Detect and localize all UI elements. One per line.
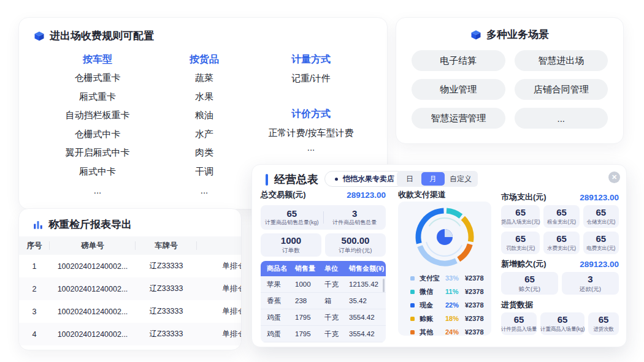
- store-selector[interactable]: 恺恺水果专卖店: [324, 171, 405, 187]
- expense-box: 65 仓储支出(元): [583, 205, 619, 228]
- cell-plate: 辽Z33333: [136, 323, 197, 345]
- cell-plate: 辽Z33333: [136, 300, 197, 323]
- legend-swatch: [410, 330, 415, 334]
- panel-weighing-report-title: 称重检斤报表导出: [48, 217, 132, 232]
- box-label: 租金支出(元): [547, 219, 576, 226]
- legend-pct: 22%: [445, 301, 465, 309]
- kpi-counted-label: 计件商品销售总量: [332, 219, 377, 227]
- rules-column-goods: 按货品 蔬菜 水果 粮油 水产 肉类 干调 ...: [155, 50, 253, 200]
- cell-amount: 3554.42: [349, 314, 386, 321]
- box-label: 仓储支出(元): [586, 219, 615, 226]
- col-ticket: 磅单号: [50, 236, 136, 255]
- box-value: 65: [558, 314, 568, 325]
- repayment-box: 3 还款(元): [562, 272, 619, 295]
- cell-product: 鸡蛋: [261, 330, 295, 339]
- table-row: 4 100202401240002... 辽Z33333 单排仓栅式重卡: [19, 323, 242, 345]
- cell-seq: 4: [19, 323, 50, 345]
- panel-scenarios-title: 多种业务场景: [486, 28, 549, 42]
- legend-row: 赊账 18% ¥2378: [410, 312, 484, 325]
- pricing-header: 计价方式: [243, 105, 378, 123]
- cell-vehicle-type: 单排仓栅式重卡: [197, 255, 242, 277]
- legend-pct: 18%: [445, 315, 465, 322]
- vehicle-item: 厢式中卡: [36, 162, 159, 181]
- purchase-box: 65 计件货品入场量: [501, 312, 537, 335]
- kpi-weighed-value: 65: [286, 208, 297, 219]
- scrollbar[interactable]: [383, 279, 385, 292]
- box-label: 计件货品入场量: [501, 326, 537, 333]
- purchase-box: 65 计重商品入场量(kg): [540, 312, 585, 335]
- panel-weighing-report: 称重检斤报表导出 序号 磅单号 车牌号 车型 1 100202401240002…: [18, 208, 242, 350]
- product-table-body: 苹果 1000 千克 12135.42 香蕉 238 箱 35.42 鸡蛋 17…: [261, 276, 386, 342]
- box-value: 65: [515, 233, 526, 244]
- box-label: 电费支出(元): [586, 245, 615, 252]
- table-row: 鸡蛋 1795 千克 3554.42: [261, 326, 386, 342]
- col-unit: 单位: [324, 264, 349, 273]
- legend-swatch: [410, 303, 415, 307]
- kpi-avg-price-label: 订单均价(元): [339, 247, 372, 255]
- box-label: 罚款支出(元): [506, 245, 535, 252]
- cell-vehicle-type: 单排仓栅式重卡: [197, 323, 242, 345]
- scenario-pill-smart-gate[interactable]: 智慧进出场: [515, 50, 608, 71]
- box-value: 65: [596, 207, 607, 217]
- panel-business-summary: 经营总表 恺恺水果专卖店 日 月 自定义 ✕ 总交易额(元) 289123.00…: [251, 164, 627, 347]
- legend-name: 现金: [420, 301, 445, 310]
- scenario-pill-more[interactable]: ...: [515, 108, 608, 129]
- vehicle-item: 自动挡栏板重卡: [36, 106, 159, 125]
- box-value: 3: [588, 274, 592, 284]
- tab-custom[interactable]: 自定义: [445, 172, 477, 186]
- market-expense-grid: 65 货品入场支出(元) 65 租金支出(元) 65 仓储支出(元) 65 罚款…: [501, 205, 619, 254]
- legend-row: 现金 22% ¥2378: [410, 298, 484, 312]
- legend-row: 支付宝 33% ¥2378: [410, 271, 484, 285]
- box-label: 赊欠(元): [519, 285, 540, 293]
- tab-day[interactable]: 日: [398, 172, 421, 186]
- vehicle-item: 翼开启厢式中卡: [36, 143, 159, 162]
- cell-product: 香蕉: [261, 296, 295, 306]
- close-icon[interactable]: ✕: [608, 172, 620, 183]
- vehicle-item-more: ...: [36, 181, 159, 200]
- cell-qty: 1000: [295, 281, 324, 288]
- tab-month[interactable]: 月: [421, 172, 445, 186]
- panel-weighing-report-header: 称重检斤报表导出: [33, 217, 132, 232]
- scenario-pill-operation[interactable]: 智慧运营管理: [412, 108, 505, 129]
- kpi-orders-value: 1000: [281, 235, 301, 246]
- title-accent-bar: [266, 174, 268, 186]
- col-plate: 车牌号: [136, 236, 197, 255]
- expense-box: 65 水费支出(元): [543, 232, 579, 254]
- expense-box: 65 罚款支出(元): [501, 232, 540, 254]
- cell-ticket: 100202401240002...: [50, 277, 136, 300]
- legend-name: 赊账: [420, 314, 445, 323]
- box-value: 65: [515, 207, 526, 217]
- page: 进出场收费规则可配置 按车型 仓栅式重卡 厢式重卡 自动挡栏板重卡 仓栅式中卡 …: [0, 0, 644, 362]
- cell-unit: 千克: [324, 280, 349, 289]
- table-row: 1 100202401240002... 辽Z33333 单排仓栅式重卡: [19, 255, 242, 277]
- cell-amount: 35.42: [349, 297, 386, 304]
- col-seq: 序号: [19, 236, 50, 255]
- box-label: 进货次数: [593, 326, 613, 333]
- market-expense-label: 市场支出(元): [501, 192, 546, 203]
- total-transaction-label: 总交易额(元): [261, 189, 306, 200]
- payment-chart-card: 支付宝 33% ¥2378 微信 11% ¥2378 现金 22% ¥2378: [398, 202, 491, 336]
- cell-plate: 辽Z33333: [136, 255, 197, 277]
- purchase-row: 进货数据: [501, 300, 619, 311]
- box-value: 65: [556, 233, 567, 244]
- scenario-pill-property[interactable]: 物业管理: [412, 79, 505, 100]
- goods-header: 按货品: [155, 50, 253, 69]
- legend-value: ¥2378: [465, 301, 484, 309]
- vehicle-header: 按车型: [36, 50, 159, 69]
- expense-box: 65 电费支出(元): [583, 232, 619, 254]
- panel-scenarios: 多种业务场景 电子结算 智慧进出场 物业管理 店铺合同管理 智慧运营管理 ...: [396, 17, 624, 144]
- box-label: 货品入场支出(元): [501, 219, 540, 226]
- payment-donut: [408, 203, 481, 271]
- legend-pct: 24%: [445, 328, 465, 336]
- cell-seq: 1: [19, 255, 50, 277]
- scenario-pill-settlement[interactable]: 电子结算: [412, 50, 505, 71]
- kpi-avg-price-box: 500.00 订单均价(元): [325, 233, 386, 257]
- box-value: 65: [599, 314, 609, 325]
- cell-unit: 千克: [324, 330, 349, 339]
- scenario-pill-contract[interactable]: 店铺合同管理: [515, 79, 608, 100]
- box-label: 还款(元): [580, 285, 601, 293]
- panel-charging-rules-title: 进出场收费规则可配置: [50, 29, 154, 43]
- expense-box: 65 租金支出(元): [543, 205, 579, 228]
- legend-value: ¥2378: [465, 288, 484, 295]
- market-expense-value: 289123.00: [580, 193, 619, 202]
